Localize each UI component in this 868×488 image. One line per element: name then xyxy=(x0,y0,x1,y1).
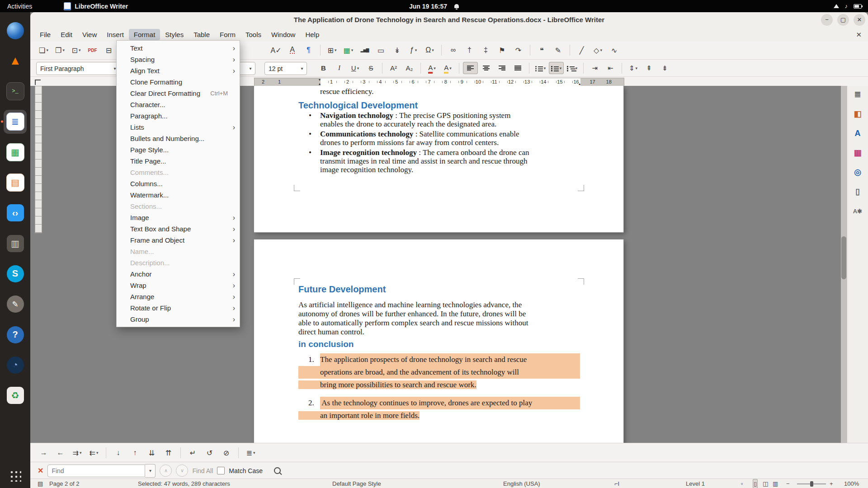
menu-item-character[interactable]: Character... xyxy=(117,99,240,110)
move-down-with-subpoints-button[interactable]: ⇊ xyxy=(144,446,159,460)
dock-firefox[interactable] xyxy=(4,19,27,42)
clock-menu[interactable]: Jun 19 16:57 xyxy=(409,3,459,10)
insert-page-break-button[interactable]: ↡ xyxy=(390,43,405,57)
tab-stop-selector-icon[interactable] xyxy=(35,80,41,85)
menubar-item-format[interactable]: Format xyxy=(129,29,160,40)
insert-field-button[interactable]: ƒ▾ xyxy=(406,43,421,57)
zoom-out-button[interactable]: − xyxy=(786,479,790,488)
promote-with-subpoints-button[interactable]: ⇇▾ xyxy=(86,446,101,460)
menubar-item-edit[interactable]: Edit xyxy=(56,29,77,40)
dock-skype[interactable]: S xyxy=(4,262,27,286)
dock-help[interactable]: ? xyxy=(4,323,27,347)
subscript-button[interactable]: A₂ xyxy=(402,62,417,74)
insert-textbox-button[interactable]: ▭ xyxy=(373,43,388,57)
menu-item-align-text[interactable]: Align Text› xyxy=(117,65,240,76)
menubar-item-insert[interactable]: Insert xyxy=(102,29,129,40)
strikethrough-button[interactable]: S xyxy=(363,62,378,74)
dock-libreoffice-calc[interactable]: ▦ xyxy=(4,140,27,164)
selection-mode-icon[interactable]: ⌐I xyxy=(614,479,619,488)
menu-item-wrap[interactable]: Wrap› xyxy=(117,280,240,291)
draw-freeform-button[interactable]: ∿ xyxy=(607,43,622,57)
menu-item-watermark[interactable]: Watermark... xyxy=(117,189,240,201)
menu-item-bullets-and-numbering[interactable]: Bullets and Numbering... xyxy=(117,133,240,144)
menubar-item-window[interactable]: Window xyxy=(266,29,300,40)
line-spacing-button[interactable]: ⇕▾ xyxy=(626,62,641,74)
insert-chart-button[interactable]: ▂▅▇ xyxy=(357,43,372,57)
menubar-item-file[interactable]: File xyxy=(35,29,56,40)
increase-indent-button[interactable]: ⇥ xyxy=(587,62,602,74)
underline-button[interactable]: U▾ xyxy=(348,62,363,74)
dock-terminal[interactable]: >_ xyxy=(4,80,27,103)
superscript-button[interactable]: A² xyxy=(386,62,401,74)
dock-files[interactable]: ▥ xyxy=(4,231,27,255)
decrease-indent-button[interactable]: ⇤ xyxy=(603,62,618,74)
word-count-status[interactable]: Selected: 47 words, 289 characters xyxy=(138,479,230,488)
close-find-bar-icon[interactable]: ✕ xyxy=(38,466,43,475)
ordered-list-button[interactable]: ▾ xyxy=(549,62,564,74)
styles-tab[interactable]: A xyxy=(851,127,864,140)
right-indent-marker[interactable]: ▴ xyxy=(579,82,580,86)
move-up-with-subpoints-button[interactable]: ⇈ xyxy=(161,446,176,460)
insert-unnumbered-entry-button[interactable]: ↵ xyxy=(185,446,200,460)
find-all-button[interactable]: Find All xyxy=(192,467,213,474)
save-button[interactable]: ⊡▾ xyxy=(69,43,84,57)
find-history-dropdown[interactable]: ▾ xyxy=(145,464,156,478)
document-page-1[interactable]: rescue efficiency. Technological Develop… xyxy=(254,86,623,232)
menu-item-page-style[interactable]: Page Style... xyxy=(117,144,240,155)
demote-with-subpoints-button[interactable]: ⇉▾ xyxy=(70,446,85,460)
view-book-button[interactable]: ▥ xyxy=(773,479,778,488)
align-center-button[interactable] xyxy=(479,62,494,74)
spelling-button[interactable]: A✓ xyxy=(269,43,283,57)
bold-button[interactable]: B xyxy=(316,62,331,74)
horizontal-ruler[interactable]: ▾ ▴ ▴ 21123456789101112131415161718 xyxy=(254,78,624,86)
export-pdf-button[interactable]: PDF xyxy=(85,43,100,57)
zoom-slider-handle[interactable] xyxy=(810,481,813,487)
system-status-area[interactable]: ♪ xyxy=(834,3,862,9)
close-document-button[interactable]: ✕ xyxy=(856,31,862,39)
menubar-item-table[interactable]: Table xyxy=(189,29,215,40)
titlebar[interactable]: The Application of Drone Technology in S… xyxy=(30,12,868,28)
insert-comment-button[interactable]: ❝ xyxy=(534,43,549,57)
menu-item-clear-direct-formatting[interactable]: Clear Direct FormattingCtrl+M xyxy=(117,88,240,99)
dock-software-store[interactable]: ♻ xyxy=(4,384,27,408)
insert-footnote-button[interactable]: † xyxy=(462,43,477,57)
demote-button[interactable]: → xyxy=(36,446,51,460)
find-and-replace-icon[interactable] xyxy=(274,467,281,474)
justify-button[interactable] xyxy=(510,62,525,74)
scrollbar-thumb[interactable] xyxy=(841,236,846,279)
menu-item-image[interactable]: Image› xyxy=(117,212,240,223)
menubar-item-styles[interactable]: Styles xyxy=(160,29,189,40)
menu-item-rotate-or-flip[interactable]: Rotate or Flip› xyxy=(117,302,240,314)
align-right-button[interactable] xyxy=(495,62,509,74)
font-size-combo[interactable]: 12 pt ▾ xyxy=(264,62,307,75)
insert-hyperlink-button[interactable]: ∞ xyxy=(446,43,461,57)
gallery-tab[interactable]: ▦ xyxy=(851,146,864,160)
decrease-paragraph-spacing-button[interactable]: ⇟ xyxy=(657,62,672,74)
outline-level-status[interactable]: Level 1 xyxy=(686,479,705,488)
align-left-button[interactable] xyxy=(463,62,478,74)
unordered-list-button[interactable]: ▾ xyxy=(533,62,548,74)
menubar-item-form[interactable]: Form xyxy=(215,29,241,40)
chevron-down-icon[interactable]: ▾ xyxy=(297,66,307,71)
increase-paragraph-spacing-button[interactable]: ⇞ xyxy=(642,62,656,74)
style-inspector-tab[interactable]: A✱ xyxy=(851,204,864,218)
menu-item-text[interactable]: Text› xyxy=(117,42,240,54)
open-file-button[interactable]: ❐▾ xyxy=(52,43,67,57)
zoom-in-button[interactable]: + xyxy=(830,479,833,488)
track-changes-button[interactable]: ✎ xyxy=(551,43,566,57)
view-single-page-button[interactable]: ▯ xyxy=(753,479,758,488)
find-previous-button[interactable]: ∧ xyxy=(160,465,172,477)
outline-list-button[interactable]: ▾ xyxy=(565,62,580,74)
activities-button[interactable]: Activities xyxy=(7,3,32,10)
page-number-status[interactable]: Page 2 of 2 xyxy=(49,479,80,488)
print-button[interactable]: ⊟ xyxy=(101,43,116,57)
minimize-button[interactable]: − xyxy=(821,14,833,26)
dock-libreoffice-impress[interactable]: ▤ xyxy=(4,171,27,195)
dock-gimp[interactable]: ✎ xyxy=(4,292,27,316)
page-tab[interactable]: ▯ xyxy=(851,185,864,198)
restart-numbering-button[interactable]: ↺ xyxy=(202,446,217,460)
save-status-icon[interactable]: ▫ xyxy=(741,479,743,488)
insert-bookmark-button[interactable]: ⚑ xyxy=(495,43,509,57)
no-list-button[interactable]: ⊘ xyxy=(219,446,234,460)
close-button[interactable]: ✕ xyxy=(854,14,865,26)
